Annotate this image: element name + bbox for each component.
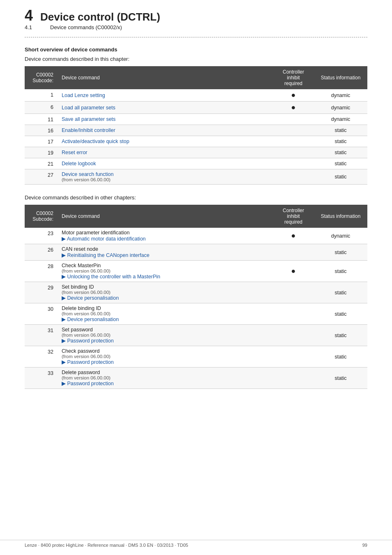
subcode-cell: 19	[25, 147, 58, 158]
th-command: Device command	[58, 66, 273, 89]
command-link[interactable]: Load all parameter sets	[62, 105, 115, 111]
table-row: 6Load all parameter sets●dynamic	[25, 102, 367, 114]
command-main-text: Check MasterPin	[62, 263, 269, 268]
command-cell: Check password(from version 06.00.00)▶ P…	[58, 346, 273, 368]
subcode-cell: 31	[25, 325, 58, 346]
table-row: 19Reset errorstatic	[25, 147, 367, 158]
command-link[interactable]: Load Lenze setting	[62, 92, 105, 98]
status-cell: static	[314, 158, 367, 169]
controller-cell: ●	[273, 102, 314, 114]
subchapter-title: Device commands (C00002/x)	[50, 24, 122, 30]
table-row: 33Delete password(from version 06.00.00)…	[25, 368, 367, 389]
status-cell: static	[314, 169, 367, 185]
command-cell: Load all parameter sets	[58, 102, 273, 114]
table-row: 29Set binding ID(from version 06.00.00)▶…	[25, 282, 367, 303]
command-cell: Load Lenze setting	[58, 89, 273, 102]
table-row: 1Load Lenze setting●dynamic	[25, 89, 367, 102]
command-cell: Delete binding ID(from version 06.00.00)…	[58, 303, 273, 325]
command-version-note: (from version 06.00.00)	[62, 375, 269, 380]
command-link-div: ▶ Device personalisation	[62, 316, 269, 322]
table-row: 17Activate/deactivate quick stopstatic	[25, 136, 367, 147]
chapter-header: 4 Device control (DCTRL)	[25, 8, 367, 23]
subcode-cell: 32	[25, 346, 58, 368]
controller-cell	[273, 303, 314, 325]
command-link[interactable]: ▶ Password protection	[62, 381, 114, 386]
command-cell: Motor parameter identification▶ Automati…	[58, 228, 273, 244]
subchapter-header: 4.1 Device commands (C00002/x)	[25, 24, 367, 30]
command-cell: CAN reset node▶ Reinitialising the CANop…	[58, 244, 273, 261]
command-cell: Check MasterPin(from version 06.00.00)▶ …	[58, 261, 273, 282]
command-sub: (from version 06.00.00)	[62, 177, 269, 182]
command-link-div: ▶ Unlocking the controller with a Master…	[62, 273, 269, 280]
controller-cell	[273, 125, 314, 136]
command-main-text: Set password	[62, 327, 269, 333]
command-cell: Save all parameter sets	[58, 114, 273, 125]
command-link[interactable]: ▶ Device personalisation	[62, 317, 119, 322]
subcode-cell: 29	[25, 282, 58, 303]
subcode-cell: 11	[25, 114, 58, 125]
status-cell: static	[314, 303, 367, 325]
command-main-text: CAN reset node	[62, 246, 269, 252]
status-cell: static	[314, 282, 367, 303]
table-row: 23Motor parameter identification▶ Automa…	[25, 228, 367, 244]
th-status2: Status information	[314, 205, 367, 228]
command-cell: Activate/deactivate quick stop	[58, 136, 273, 147]
command-main-text: Check password	[62, 348, 269, 354]
status-cell: static	[314, 244, 367, 261]
subcode-cell: 6	[25, 102, 58, 114]
th-command2: Device command	[58, 205, 273, 228]
command-cell: Enable/Inhibit controller	[58, 125, 273, 136]
controller-cell	[273, 282, 314, 303]
table-row: 31Set password(from version 06.00.00)▶ P…	[25, 325, 367, 346]
th-controller: Controller inhibit required	[273, 66, 314, 89]
controller-cell	[273, 346, 314, 368]
command-link[interactable]: ▶ Password protection	[62, 359, 114, 365]
command-link[interactable]: Reset error	[62, 150, 88, 155]
command-cell: Set binding ID(from version 06.00.00)▶ D…	[58, 282, 273, 303]
command-cell: Reset error	[58, 147, 273, 158]
table-row: 28Check MasterPin(from version 06.00.00)…	[25, 261, 367, 282]
status-cell: dynamic	[314, 102, 367, 114]
table-row: 16Enable/Inhibit controllerstatic	[25, 125, 367, 136]
command-link[interactable]: ▶ Device personalisation	[62, 295, 119, 301]
command-main-text: Set binding ID	[62, 284, 269, 290]
section2-intro: Device commands described in other chapt…	[25, 194, 367, 201]
controller-cell: ●	[273, 228, 314, 244]
controller-cell	[273, 114, 314, 125]
controller-cell	[273, 136, 314, 147]
command-link-div: ▶ Automatic motor data identification	[62, 236, 269, 242]
subcode-cell: 23	[25, 228, 58, 244]
command-link[interactable]: Enable/Inhibit controller	[62, 127, 115, 133]
chapter-title: Device control (DCTRL)	[40, 11, 160, 23]
command-link[interactable]: ▶ Reinitialising the CANopen interface	[62, 252, 150, 258]
command-link[interactable]: Activate/deactivate quick stop	[62, 139, 129, 144]
subcode-cell: 27	[25, 169, 58, 185]
subcode-cell: 30	[25, 303, 58, 325]
th-subcode2: C00002 Subcode:	[25, 205, 58, 228]
controller-cell	[273, 169, 314, 185]
footer-right: 99	[362, 543, 367, 548]
command-link[interactable]: ▶ Password protection	[62, 338, 114, 344]
table-row: 30Delete binding ID(from version 06.00.0…	[25, 303, 367, 325]
table-row: 27Device search function(from version 06…	[25, 169, 367, 185]
controller-required-indicator: ●	[291, 231, 296, 240]
command-link[interactable]: Delete logbook	[62, 161, 96, 166]
command-link-div: ▶ Password protection	[62, 359, 269, 365]
subcode-cell: 1	[25, 89, 58, 102]
controller-cell	[273, 158, 314, 169]
command-main-text: Motor parameter identification	[62, 230, 269, 236]
controller-required-indicator: ●	[291, 267, 296, 275]
status-cell: static	[314, 346, 367, 368]
controller-cell	[273, 147, 314, 158]
table-row: 32Check password(from version 06.00.00)▶…	[25, 346, 367, 368]
command-link[interactable]: Save all parameter sets	[62, 116, 115, 122]
status-cell: dynamic	[314, 228, 367, 244]
page-footer: Lenze · 8400 protec HighLine · Reference…	[0, 540, 392, 548]
command-link[interactable]: ▶ Unlocking the controller with a Master…	[62, 274, 160, 280]
status-cell: static	[314, 325, 367, 346]
table-row: 26CAN reset node▶ Reinitialising the CAN…	[25, 244, 367, 261]
command-link[interactable]: Device search function	[62, 171, 113, 177]
table-row: 21Delete logbookstatic	[25, 158, 367, 169]
command-link[interactable]: ▶ Automatic motor data identification	[62, 236, 146, 242]
command-version-note: (from version 06.00.00)	[62, 268, 269, 273]
